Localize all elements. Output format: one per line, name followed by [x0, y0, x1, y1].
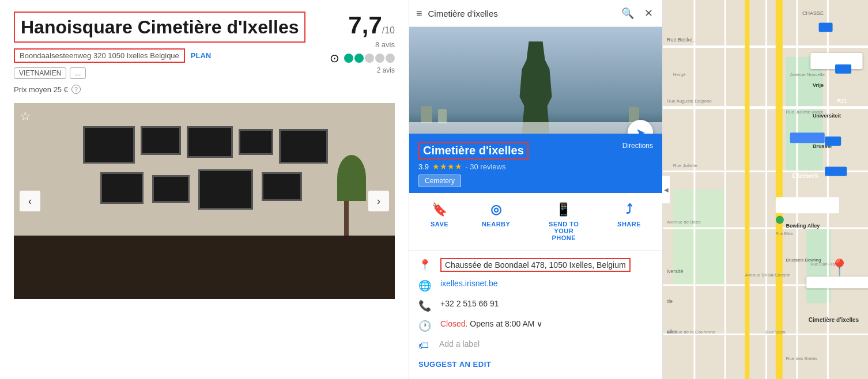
left-panel: 7,7/10 8 avis ⊙ 2 avis Hanoisquare Cimet… [0, 0, 409, 379]
restaurant-title: Hanoisquare Cimetière d'Ixelles [21, 16, 299, 38]
send-icon: 📱 [556, 202, 572, 217]
nearby-icon: ◎ [490, 202, 502, 217]
price-row: Prix moyen 25 € ? [14, 85, 395, 94]
share-label: SHARE [617, 221, 641, 228]
svg-text:Rue Becke...: Rue Becke... [667, 37, 697, 43]
svg-text:Avenue de Beco: Avenue de Beco [667, 219, 701, 225]
statue-silhouette [513, 41, 559, 134]
nearby-label: NEARBY [482, 221, 510, 228]
svg-text:📍: 📍 [829, 258, 850, 277]
snow-ground [409, 122, 662, 134]
website-icon: 🌐 [418, 279, 431, 292]
website-text[interactable]: ixelles.irisnet.be [440, 279, 498, 288]
collapse-panel-button[interactable]: ◀ [662, 175, 670, 204]
save-label: SAVE [431, 221, 448, 228]
price-label: Prix moyen 25 € [14, 85, 68, 94]
title-box: Hanoisquare Cimetière d'Ixelles [14, 12, 305, 43]
suggest-edit-link[interactable]: SUGGEST AN EDIT [418, 360, 491, 369]
google-maps-panel: ≡ 🔍 ✕ ➤ Cimetière d'ixelles 3.9 ★★★★ · 3… [409, 0, 663, 379]
svg-rect-16 [745, 0, 749, 379]
save-action-button[interactable]: 🔖 SAVE [431, 202, 448, 241]
rating-number: 3.9 [418, 162, 429, 171]
svg-rect-12 [765, 0, 767, 379]
save-icon: 🔖 [432, 202, 448, 217]
website-row: 🌐 ixelles.irisnet.be [418, 279, 653, 292]
stars-display: ★★★★ [432, 162, 462, 171]
gm-header: ≡ 🔍 ✕ [409, 0, 662, 27]
hours-row: 🕐 Closed. Opens at 8:00 AM ∨ [418, 319, 653, 332]
place-name: Cimetière d'ixelles [418, 142, 529, 160]
frame-2 [141, 126, 181, 155]
gm-info-bar: Cimetière d'ixelles 3.9 ★★★★ · 30 review… [409, 134, 662, 193]
svg-rect-37 [819, 22, 833, 32]
frame-5 [279, 129, 328, 164]
directions-label[interactable]: Directions [622, 142, 653, 150]
score: 7,7 [348, 12, 382, 39]
next-image-button[interactable]: › [368, 191, 389, 211]
suggest-edit-section: SUGGEST AN EDIT [409, 359, 662, 378]
send-label: SEND TO YOUR PHONE [544, 221, 584, 241]
svg-text:de: de [667, 298, 673, 304]
svg-text:Rue Juliette: Rue Juliette [673, 163, 698, 168]
svg-text:Universiteit: Universiteit [813, 113, 841, 119]
svg-text:Bowling Alley: Bowling Alley [786, 223, 820, 229]
share-action-button[interactable]: ⤴ SHARE [617, 202, 641, 241]
svg-text:Hergé: Hergé [673, 72, 686, 77]
menu-icon[interactable]: ≡ [416, 7, 422, 20]
ta-circles [344, 54, 395, 63]
map-panel[interactable]: Rue Becke... CHASSE Rue Auguste Delpone … [663, 0, 868, 379]
ta-circle-2 [354, 54, 364, 63]
svg-text:elles: elles [667, 329, 678, 335]
share-icon: ⤴ [626, 202, 633, 217]
location-icon: 📍 [418, 259, 431, 271]
plan-link[interactable]: PLAN [191, 51, 211, 60]
nearby-action-button[interactable]: ◎ NEARBY [482, 202, 510, 241]
gravestone-2 [438, 109, 447, 123]
tripadvisor-icon: ⊙ [330, 51, 339, 65]
ta-circle-4 [375, 54, 384, 63]
stars-row: 3.9 ★★★★ · 30 reviews [418, 162, 653, 171]
map-svg: Rue Becke... CHASSE Rue Auguste Delpone … [663, 0, 868, 379]
svg-text:R21: R21 [837, 98, 847, 104]
gm-details: 📍 Chaussée de Boondael 478, 1050 Ixelles… [409, 251, 662, 359]
frame-4 [239, 129, 273, 155]
search-input[interactable] [428, 9, 613, 18]
svg-text:N206: N206 [827, 200, 840, 206]
svg-rect-10 [693, 0, 695, 379]
favorite-icon[interactable]: ☆ [20, 109, 31, 124]
ta-circle-3 [365, 54, 374, 63]
address-row: 📍 Chaussée de Boondael 478, 1050 Ixelles… [418, 258, 653, 272]
furniture [14, 236, 395, 299]
phone-icon: 📞 [418, 300, 431, 312]
hours-text: Closed. Opens at 8:00 AM ∨ [440, 319, 542, 328]
help-icon[interactable]: ? [71, 85, 81, 94]
phone-row: 📞 +32 2 515 66 91 [418, 299, 653, 312]
svg-rect-43 [825, 167, 847, 176]
label-text[interactable]: Add a label [439, 339, 480, 348]
svg-rect-27 [790, 132, 825, 143]
frame-9 [262, 172, 302, 201]
svg-rect-11 [724, 0, 726, 379]
phone-text: +32 2 515 66 91 [440, 299, 499, 308]
close-button[interactable]: ✕ [642, 5, 655, 22]
svg-text:Cimetière d'ixelles: Cimetière d'ixelles [809, 317, 859, 323]
send-to-phone-button[interactable]: 📱 SEND TO YOUR PHONE [544, 202, 584, 241]
tag-vietnamien[interactable]: VIETNAMIEN [14, 67, 66, 79]
tag-more[interactable]: ... [70, 67, 86, 79]
label-icon: 🏷 [418, 340, 430, 352]
svg-rect-41 [825, 137, 841, 146]
map-background: Rue Becke... CHASSE Rue Auguste Delpone … [663, 0, 868, 379]
search-button[interactable]: 🔍 [619, 5, 636, 22]
prev-image-button[interactable]: ‹ [20, 191, 40, 211]
clock-icon: 🕐 [418, 320, 431, 332]
reviews-count: · 30 reviews [466, 162, 505, 171]
frame-1 [83, 126, 135, 164]
gm-actions: 🔖 SAVE ◎ NEARBY 📱 SEND TO YOUR PHONE ⤴ S… [409, 193, 662, 251]
frame-6 [100, 172, 144, 204]
category-tag[interactable]: Cemetery [418, 175, 461, 187]
chevron-down-icon[interactable]: ∨ [537, 319, 542, 328]
frame-3 [187, 126, 233, 158]
avis-count: 8 avis [330, 40, 395, 49]
out-of: /10 [382, 25, 395, 35]
svg-rect-39 [835, 65, 851, 74]
